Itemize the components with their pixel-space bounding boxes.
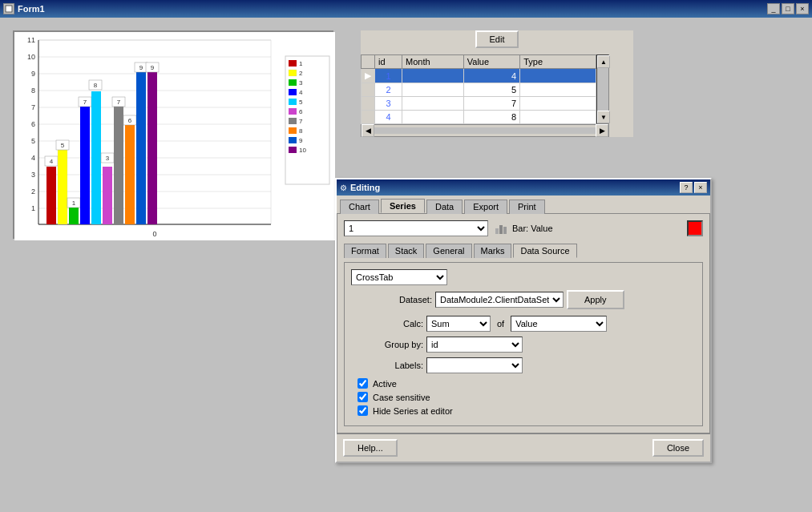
series-type-label: Bar: Value (512, 224, 553, 233)
cell-type (520, 69, 596, 83)
dataset-label: Dataset: (399, 295, 432, 304)
app-icon (3, 3, 14, 14)
svg-rect-71 (289, 108, 297, 115)
data-source-content: CrossTab Dataset: DataModule2.ClientData… (344, 262, 703, 426)
active-checkbox[interactable] (358, 378, 368, 389)
tab-print[interactable]: Print (509, 200, 545, 214)
cell-value: 5 (463, 83, 519, 97)
group-by-row: Group by: id (351, 337, 696, 353)
case-sensitive-label: Case sensitive (373, 393, 430, 402)
row-arrow (362, 111, 375, 124)
tab-export[interactable]: Export (464, 200, 507, 214)
sub-tab-general[interactable]: General (426, 244, 471, 258)
source-type-select[interactable]: CrossTab (351, 269, 447, 285)
table-row[interactable]: 3 7 (362, 97, 596, 111)
of-select[interactable]: Value (511, 316, 607, 332)
dataset-select[interactable]: DataModule2.ClientDataSet1 (435, 292, 564, 308)
title-buttons[interactable]: _ □ × (767, 3, 809, 14)
calc-select[interactable]: Sum (426, 316, 491, 332)
svg-text:6: 6 (128, 117, 132, 124)
svg-text:10: 10 (299, 147, 306, 154)
svg-rect-57 (147, 72, 157, 224)
sub-tab-bar: Format Stack General Marks Data Source (344, 243, 703, 257)
dialog-close-icon-button[interactable]: × (694, 182, 707, 193)
edit-button[interactable]: Edit (475, 30, 519, 48)
svg-text:9: 9 (31, 70, 35, 78)
cell-id: 1 (375, 69, 402, 83)
dialog-title-buttons[interactable]: ? × (680, 182, 707, 193)
series-row: 1 Bar: Value (344, 220, 703, 236)
dialog-title-bar: ⚙ Editing ? × (337, 179, 710, 196)
svg-rect-73 (289, 118, 297, 124)
vscroll-down-button[interactable]: ▼ (597, 111, 610, 123)
hide-series-label: Hide Series at editor (373, 406, 453, 416)
svg-rect-65 (289, 79, 297, 86)
svg-rect-29 (46, 167, 56, 224)
svg-rect-75 (289, 127, 297, 134)
svg-text:9: 9 (139, 64, 143, 71)
svg-text:6: 6 (31, 120, 35, 128)
of-label: of (497, 319, 504, 329)
svg-text:9: 9 (299, 137, 303, 144)
svg-rect-39 (80, 107, 90, 224)
calc-row: Calc: Sum of Value (351, 316, 696, 332)
tab-data[interactable]: Data (426, 200, 463, 214)
sub-tab-format[interactable]: Format (344, 244, 386, 258)
cell-month (402, 83, 464, 97)
case-sensitive-checkbox[interactable] (358, 392, 368, 402)
svg-text:7: 7 (117, 99, 121, 106)
dialog-help-button[interactable]: ? (680, 182, 693, 193)
labels-row: Labels: (351, 357, 696, 373)
table-row[interactable]: 4 8 (362, 111, 596, 124)
table-row[interactable]: ▶ 1 4 (362, 69, 596, 83)
sub-tab-stack[interactable]: Stack (388, 244, 425, 258)
cell-value: 4 (463, 69, 519, 83)
vscroll-up-button[interactable]: ▲ (597, 55, 610, 68)
svg-rect-69 (289, 99, 297, 105)
dialog-title-left: ⚙ Editing (340, 183, 380, 192)
help-button[interactable]: Help... (343, 439, 398, 457)
svg-rect-67 (289, 89, 297, 95)
col-type: Type (520, 55, 596, 69)
hide-series-checkbox[interactable] (358, 405, 368, 416)
svg-text:5: 5 (61, 142, 65, 149)
cell-month (402, 111, 464, 124)
svg-text:7: 7 (31, 103, 35, 111)
svg-rect-54 (136, 72, 146, 224)
svg-text:8: 8 (31, 87, 35, 95)
svg-text:5: 5 (299, 99, 303, 106)
minimize-button[interactable]: _ (767, 3, 780, 14)
vscroll-track (597, 68, 608, 111)
source-type-row: CrossTab (351, 269, 696, 285)
svg-text:2: 2 (299, 70, 303, 77)
close-button[interactable]: Close (652, 439, 704, 457)
series-type-indicator: Bar: Value (495, 222, 553, 235)
hscroll-right-button[interactable]: ▶ (596, 124, 608, 137)
series-select[interactable]: 1 (344, 220, 488, 236)
row-arrow (362, 83, 375, 97)
series-color-box[interactable] (687, 220, 703, 236)
maximize-button[interactable]: □ (782, 3, 794, 14)
row-indicator-header (362, 55, 375, 69)
sub-tab-datasource[interactable]: Data Source (513, 244, 576, 258)
svg-rect-42 (91, 91, 101, 224)
col-id: id (375, 55, 402, 69)
cell-month (402, 69, 464, 83)
svg-rect-79 (289, 147, 297, 153)
tab-chart[interactable]: Chart (340, 200, 379, 214)
hscroll-left-button[interactable]: ◀ (362, 124, 374, 137)
group-by-select[interactable]: id (426, 337, 523, 353)
svg-rect-83 (503, 227, 507, 234)
table-row[interactable]: 2 5 (362, 83, 596, 97)
svg-rect-48 (114, 107, 123, 224)
dialog-icon: ⚙ (340, 183, 347, 192)
active-checkbox-row: Active (351, 378, 696, 389)
sub-tab-marks[interactable]: Marks (474, 244, 512, 258)
apply-button[interactable]: Apply (567, 290, 624, 309)
close-button[interactable]: × (796, 3, 809, 14)
svg-rect-63 (289, 70, 297, 76)
svg-rect-61 (289, 60, 297, 67)
labels-select[interactable] (426, 357, 523, 373)
tab-series[interactable]: Series (381, 199, 425, 213)
svg-rect-36 (69, 208, 79, 224)
